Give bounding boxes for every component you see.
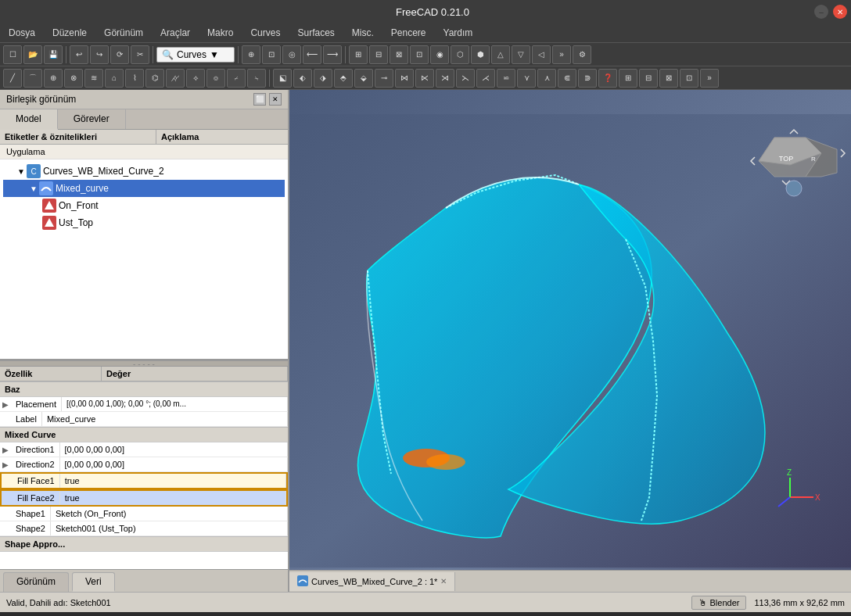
menu-araclar[interactable]: Araçlar <box>156 26 195 40</box>
menu-duzenle[interactable]: Düzenle <box>48 26 92 40</box>
tb-b7[interactable]: ⊟ <box>369 45 388 64</box>
props-row-fillface2[interactable]: Fill Face2 true <box>0 489 288 507</box>
tb2-b24[interactable]: ⋌ <box>476 69 495 88</box>
tb2-b11[interactable]: ⌾ <box>206 69 225 88</box>
props-row-dir1[interactable]: ▶ Direction1 [0,00 0,00 0,00] <box>0 442 288 457</box>
tb2-b17[interactable]: ⬘ <box>334 69 353 88</box>
tb2-more[interactable]: » <box>700 69 719 88</box>
tb2-b28[interactable]: ⋐ <box>558 69 576 88</box>
toolbar-dropdown[interactable]: 🔍 Curves ▼ <box>156 47 235 63</box>
props-row-dir2[interactable]: ▶ Direction2 [0,00 0,00 0,00] <box>0 457 288 472</box>
tb2-b3[interactable]: ⊕ <box>44 69 63 88</box>
panel-expand-btn[interactable]: ⬜ <box>253 93 266 106</box>
tb-settings[interactable]: ⚙ <box>573 45 591 64</box>
tb2-b20[interactable]: ⋈ <box>395 69 414 88</box>
expand-icon-placement[interactable]: ▶ <box>0 397 11 411</box>
tb-b10[interactable]: ◉ <box>430 45 449 64</box>
props-row-shape1[interactable]: Shape1 Sketch (On_Front) <box>0 507 288 521</box>
tb2-b14[interactable]: ⬕ <box>273 69 292 88</box>
viewport-tab-main[interactable]: Curves_WB_Mixed_Curve_2 : 1* ✕ <box>289 572 455 591</box>
tb-b1[interactable]: ⊕ <box>242 45 260 64</box>
tree-root-toggle[interactable]: ▼ <box>17 167 25 176</box>
blender-button[interactable]: 🖱 Blender <box>691 596 747 610</box>
tb2-b10[interactable]: ⟡ <box>186 69 205 88</box>
tb2-b23[interactable]: ⋋ <box>456 69 475 88</box>
expand-icon-dir1[interactable]: ▶ <box>0 442 11 457</box>
viewport[interactable]: X Z TOP R <box>289 90 851 592</box>
props-row-label[interactable]: Label Mixed_curve <box>0 412 288 427</box>
tb2-b31[interactable]: ⊞ <box>619 69 637 88</box>
tb-b6[interactable]: ⊞ <box>349 45 368 64</box>
tree-item-mixed-curve[interactable]: ▼ Mixed_curve <box>3 180 285 197</box>
tb2-b16[interactable]: ⬗ <box>314 69 332 88</box>
tab-model[interactable]: Model <box>0 109 58 130</box>
close-button[interactable]: ✕ <box>833 5 847 19</box>
tb2-b29[interactable]: ⋑ <box>578 69 597 88</box>
tb-b14[interactable]: ▽ <box>512 45 530 64</box>
tb2-b32[interactable]: ⊟ <box>639 69 658 88</box>
tb-cut[interactable]: ✂ <box>131 45 149 64</box>
tb-open[interactable]: 📂 <box>23 45 42 64</box>
tb-b13[interactable]: △ <box>491 45 510 64</box>
panel-divider[interactable]: - - - - - <box>0 360 288 367</box>
menu-makro[interactable]: Makro <box>203 26 238 40</box>
tb2-b15[interactable]: ⬖ <box>293 69 312 88</box>
props-row-fillface1[interactable]: Fill Face1 true <box>0 472 288 489</box>
viewport-tab-close[interactable]: ✕ <box>440 577 447 586</box>
tb2-b13[interactable]: ⍀ <box>247 69 266 88</box>
tb2-b21[interactable]: ⋉ <box>415 69 434 88</box>
menu-gorunum[interactable]: Görünüm <box>99 26 148 40</box>
menu-pencere[interactable]: Pencere <box>386 26 431 40</box>
tb-b2[interactable]: ⊡ <box>262 45 281 64</box>
tb2-b6[interactable]: ⌂ <box>105 69 124 88</box>
tb-new[interactable]: ☐ <box>3 45 22 64</box>
tb2-b22[interactable]: ⋊ <box>436 69 454 88</box>
menu-surfaces[interactable]: Surfaces <box>293 26 339 40</box>
tb2-b34[interactable]: ⊡ <box>680 69 698 88</box>
tab-gorevler[interactable]: Görevler <box>58 109 126 129</box>
menu-dosya[interactable]: Dosya <box>4 26 40 40</box>
menu-misc[interactable]: Misc. <box>347 26 379 40</box>
tb2-b8[interactable]: ⌬ <box>145 69 164 88</box>
panel-close-btn[interactable]: ✕ <box>269 93 282 106</box>
tb-save[interactable]: 💾 <box>44 45 63 64</box>
tb-redo[interactable]: ↪ <box>90 45 109 64</box>
tb2-b1[interactable]: ╱ <box>3 69 22 88</box>
tb2-b26[interactable]: ⋎ <box>517 69 536 88</box>
props-area[interactable]: Baz ▶ Placement [(0,00 0,00 1,00); 0,00 … <box>0 381 288 569</box>
tb2-b12[interactable]: ⌿ <box>227 69 246 88</box>
tb2-b4[interactable]: ⊗ <box>64 69 83 88</box>
tb2-b27[interactable]: ⋏ <box>537 69 556 88</box>
tb-b3[interactable]: ◎ <box>282 45 301 64</box>
tb-b5[interactable]: ⟶ <box>323 45 342 64</box>
tab-gorunum[interactable]: Görünüm <box>3 572 69 592</box>
tb2-b5[interactable]: ≋ <box>84 69 103 88</box>
menu-curves[interactable]: Curves <box>246 26 285 40</box>
tb-b11[interactable]: ⬡ <box>451 45 469 64</box>
tree-item-root[interactable]: ▼ C Curves_WB_Mixed_Curve_2 <box>3 163 285 180</box>
tb-b12[interactable]: ⬢ <box>471 45 490 64</box>
props-row-placement[interactable]: ▶ Placement [(0,00 0,00 1,00); 0,00 °; (… <box>0 397 288 412</box>
tb2-b2[interactable]: ⌒ <box>23 69 42 88</box>
tb-b4[interactable]: ⟵ <box>303 45 321 64</box>
tb2-b30[interactable]: ❓ <box>598 69 617 88</box>
tb-undo[interactable]: ↩ <box>70 45 88 64</box>
tree-item-ust-top[interactable]: Ust_Top <box>3 214 285 231</box>
tb2-b7[interactable]: ⌇ <box>125 69 144 88</box>
expand-icon-dir2[interactable]: ▶ <box>0 457 11 471</box>
menu-yardim[interactable]: Yardım <box>439 26 478 40</box>
props-row-shape2[interactable]: Shape2 Sketch001 (Ust_Top) <box>0 521 288 536</box>
tree-mixed-toggle[interactable]: ▼ <box>30 184 38 193</box>
tb2-b19[interactable]: ⊸ <box>375 69 393 88</box>
tb-b15[interactable]: ◁ <box>532 45 551 64</box>
minimize-button[interactable]: – <box>814 5 828 19</box>
tb2-b25[interactable]: ⋍ <box>497 69 515 88</box>
tab-veri[interactable]: Veri <box>72 572 115 592</box>
tb-more-1[interactable]: » <box>552 45 571 64</box>
tb-b9[interactable]: ⊡ <box>410 45 429 64</box>
tree-area[interactable]: ▼ C Curves_WB_Mixed_Curve_2 ▼ <box>0 159 288 360</box>
tb2-b9[interactable]: ⌭ <box>166 69 185 88</box>
tree-item-on-front[interactable]: On_Front <box>3 197 285 214</box>
tb2-b18[interactable]: ⬙ <box>354 69 373 88</box>
tb2-b33[interactable]: ⊠ <box>659 69 678 88</box>
